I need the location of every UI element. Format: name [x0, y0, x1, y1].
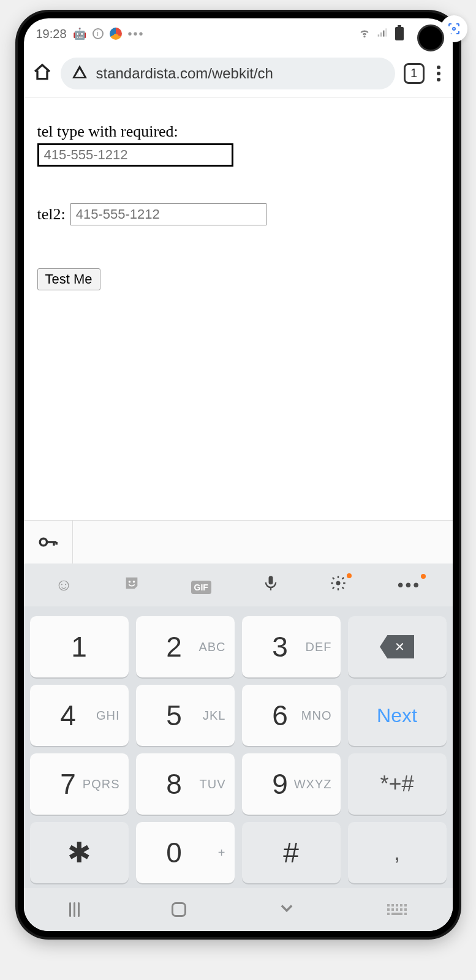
- nav-home-icon[interactable]: [172, 902, 186, 917]
- tel1-input[interactable]: [37, 143, 233, 167]
- browser-app-icon: [110, 28, 122, 40]
- nav-recents-icon[interactable]: [69, 902, 80, 917]
- cellular-signal-icon: [377, 26, 389, 42]
- wifi-icon: [358, 26, 371, 42]
- key-next[interactable]: Next: [348, 685, 447, 746]
- key-4[interactable]: 4GHI: [30, 685, 129, 746]
- key-5[interactable]: 5JKL: [136, 685, 235, 746]
- keyboard-settings-icon[interactable]: [330, 575, 347, 596]
- status-bar: 19:28 🤖 i •••: [24, 18, 453, 49]
- svg-point-0: [453, 28, 455, 30]
- svg-rect-6: [78, 75, 80, 76]
- keyboard-toolbar: ☺ GIF •••: [24, 564, 453, 606]
- system-nav-bar: [24, 888, 453, 931]
- page-content: tel type with required: tel2: Test Me: [24, 98, 453, 520]
- voice-input-icon[interactable]: [262, 575, 279, 596]
- key-2[interactable]: 2ABC: [136, 616, 235, 677]
- status-time: 19:28: [36, 27, 67, 41]
- key-9[interactable]: 9WXYZ: [242, 753, 341, 815]
- browser-menu-icon[interactable]: [433, 66, 444, 81]
- android-icon: 🤖: [73, 27, 86, 40]
- password-key-icon[interactable]: [24, 521, 73, 564]
- key-8[interactable]: 8TUV: [136, 753, 235, 815]
- key-3[interactable]: 3DEF: [242, 616, 341, 677]
- phone-frame: 19:28 🤖 i •••: [18, 12, 459, 937]
- camera-hole: [417, 24, 444, 51]
- status-more-icon: •••: [128, 27, 145, 41]
- numeric-keypad: 1 2ABC 3DEF ✕ 4GHI 5JKL 6MNO Next 7PQRS …: [24, 606, 453, 888]
- info-icon: i: [93, 28, 104, 39]
- key-comma[interactable]: ,: [348, 822, 447, 883]
- tel1-label: tel type with required:: [37, 123, 439, 141]
- keyboard: ☺ GIF ••• 1 2ABC 3DEF ✕ 4: [24, 520, 453, 931]
- home-icon[interactable]: [32, 62, 52, 85]
- svg-point-8: [129, 580, 131, 582]
- svg-rect-1: [377, 34, 379, 36]
- svg-rect-3: [383, 30, 385, 36]
- password-suggestion-strip: [24, 521, 453, 564]
- key-1[interactable]: 1: [30, 616, 129, 677]
- svg-rect-10: [268, 576, 273, 584]
- key-backspace[interactable]: ✕: [348, 616, 447, 677]
- key-6[interactable]: 6MNO: [242, 685, 341, 746]
- address-bar[interactable]: standardista.com/webkit/ch: [61, 58, 395, 89]
- key-0[interactable]: 0+: [136, 822, 235, 883]
- test-me-button[interactable]: Test Me: [37, 268, 100, 290]
- svg-rect-5: [78, 72, 80, 74]
- browser-toolbar: standardista.com/webkit/ch 1: [24, 49, 453, 98]
- emoji-icon[interactable]: ☺: [55, 575, 73, 595]
- svg-rect-2: [380, 32, 382, 37]
- tel2-input[interactable]: [70, 203, 266, 225]
- tel2-label: tel2:: [37, 205, 66, 224]
- keyboard-more-icon[interactable]: •••: [398, 575, 421, 595]
- svg-point-9: [133, 580, 135, 582]
- insecure-warning-icon: [72, 64, 88, 83]
- nav-keyboard-switch-icon[interactable]: [387, 904, 407, 915]
- battery-icon: [395, 27, 404, 40]
- gif-icon[interactable]: GIF: [191, 575, 211, 595]
- sticker-icon[interactable]: [123, 575, 140, 596]
- key-symbols[interactable]: *+#: [348, 753, 447, 815]
- svg-point-7: [40, 538, 47, 545]
- nav-back-icon[interactable]: [278, 899, 295, 921]
- backspace-icon: ✕: [380, 635, 414, 658]
- key-hash[interactable]: #: [242, 822, 341, 883]
- tab-count-button[interactable]: 1: [404, 63, 425, 84]
- key-star[interactable]: ✱: [30, 822, 129, 883]
- key-7[interactable]: 7PQRS: [30, 753, 129, 815]
- svg-rect-4: [385, 28, 387, 36]
- svg-point-11: [336, 581, 341, 585]
- url-text: standardista.com/webkit/ch: [96, 65, 273, 82]
